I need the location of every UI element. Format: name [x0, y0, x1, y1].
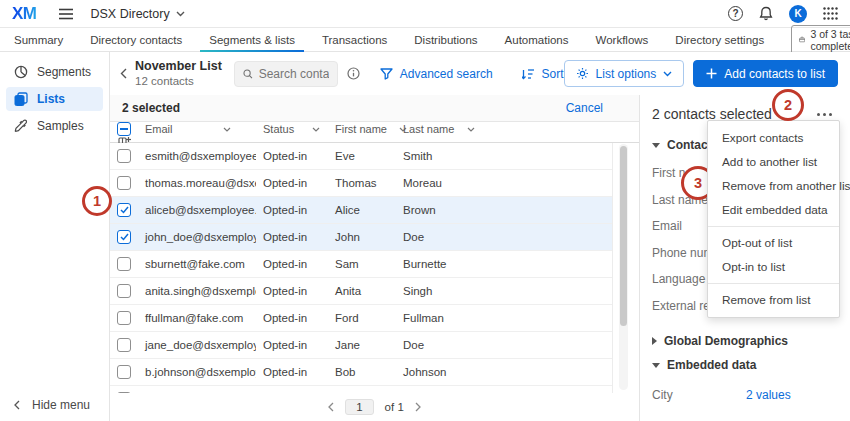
caret-down-icon	[652, 143, 660, 148]
help-icon[interactable]	[728, 6, 743, 21]
next-page-icon[interactable]	[415, 402, 421, 412]
sidebar-item-label: Segments	[37, 65, 91, 79]
search-icon	[243, 68, 253, 80]
notifications-bell-icon[interactable]	[759, 6, 773, 21]
row-checkbox-checked[interactable]	[117, 203, 131, 217]
menu-divider	[708, 226, 839, 227]
table-row[interactable]: ffullman@fake.com Opted-in Ford Fullman	[110, 305, 612, 332]
menu-item-remove-from-list[interactable]: Remove from list	[708, 288, 839, 312]
search-box[interactable]	[234, 61, 338, 87]
app-window: XM DSX Directory K Summary Directory con…	[0, 0, 850, 421]
tasks-completed-badge[interactable]: 3 of 3 tasks completed	[791, 25, 850, 55]
search-input[interactable]	[259, 67, 329, 81]
add-contacts-button[interactable]: Add contacts to list	[693, 60, 838, 87]
lists-icon	[14, 92, 28, 106]
filter-funnel-icon	[380, 68, 393, 80]
directory-nav: Summary Directory contacts Segments & li…	[0, 28, 850, 52]
tab-workflows[interactable]: Workflows	[596, 28, 649, 52]
info-icon[interactable]	[347, 67, 360, 80]
row-checkbox[interactable]	[117, 149, 131, 163]
list-contact-count: 12 contacts	[135, 74, 222, 88]
table-row-selected[interactable]: john_doe@dsxemployee.... Opted-in John D…	[110, 224, 612, 251]
previous-page-icon[interactable]	[328, 402, 334, 412]
scrollbar-thumb[interactable]	[620, 146, 627, 326]
embedded-data-label: Embedded data	[667, 358, 756, 372]
menu-divider	[708, 283, 839, 284]
chevron-down-icon	[176, 11, 185, 17]
annotation-circle-2: 2	[772, 89, 804, 121]
tab-summary[interactable]: Summary	[14, 28, 63, 52]
chevron-left-icon	[14, 400, 20, 410]
menu-item-edit-embedded-data[interactable]: Edit embedded data	[708, 198, 839, 222]
chevron-down-icon[interactable]	[467, 127, 475, 132]
hide-menu-label: Hide menu	[32, 398, 90, 412]
table-rows: esmith@dsxemployee.com Opted-in Eve Smit…	[110, 143, 613, 393]
sidebar-item-segments[interactable]: Segments	[6, 60, 103, 84]
menu-item-remove-from-another-list[interactable]: Remove from another list	[708, 174, 839, 198]
tab-segments-lists[interactable]: Segments & lists	[209, 28, 295, 52]
column-header-last-name[interactable]: Last name	[396, 123, 613, 135]
list-options-button[interactable]: List options	[564, 60, 685, 87]
more-options-icon[interactable]	[815, 109, 834, 120]
tab-automations[interactable]: Automations	[505, 28, 569, 52]
list-title-block: November List 12 contacts	[135, 59, 222, 89]
sort-label: Sort	[542, 67, 564, 81]
menu-item-opt-in-to-list[interactable]: Opt-in to list	[708, 255, 839, 279]
table-row[interactable]: b.johnson@dsxemployee.... Opted-in Bob J…	[110, 359, 612, 386]
row-checkbox[interactable]	[117, 176, 131, 190]
table-column-header: Email Status First name Last name	[110, 122, 639, 143]
row-checkbox[interactable]	[117, 257, 131, 271]
menu-item-add-to-another-list[interactable]: Add to another list	[708, 150, 839, 174]
embedded-data-row: City 2 values	[652, 388, 836, 402]
global-demographics-section-toggle[interactable]: Global Demographics	[652, 334, 836, 348]
chevron-down-icon[interactable]	[223, 127, 231, 132]
sort-button[interactable]: Sort	[522, 67, 564, 81]
column-header-email[interactable]: Email	[138, 123, 256, 135]
caret-down-icon	[652, 363, 660, 368]
chevron-down-icon[interactable]	[312, 127, 320, 132]
embedded-data-section-toggle[interactable]: Embedded data	[652, 358, 836, 372]
hamburger-menu-icon[interactable]	[59, 8, 73, 20]
table-row[interactable]: samburnette@fake.com Opted-in Samantha B…	[110, 386, 612, 393]
page-number-input[interactable]: 1	[345, 399, 373, 415]
table-row[interactable]: jane_doe@dsxemployee.... Opted-in Jane D…	[110, 332, 612, 359]
sidebar-item-lists[interactable]: Lists	[6, 87, 103, 111]
row-checkbox[interactable]	[117, 338, 131, 352]
advanced-search-button[interactable]: Advanced search	[380, 67, 493, 81]
row-checkbox[interactable]	[117, 284, 131, 298]
table-row[interactable]: thomas.moreau@dsxempl... Opted-in Thomas…	[110, 170, 612, 197]
table-row[interactable]: esmith@dsxemployee.com Opted-in Eve Smit…	[110, 143, 612, 170]
embedded-data-value-link[interactable]: 2 values	[746, 388, 791, 402]
top-bar: XM DSX Directory K	[0, 0, 850, 28]
selection-bar: 2 selected Cancel	[110, 95, 639, 122]
table-row-selected[interactable]: aliceb@dsxemployee.com Opted-in Alice Br…	[110, 197, 612, 224]
product-switcher[interactable]: DSX Directory	[91, 7, 185, 21]
select-all-checkbox[interactable]	[117, 122, 131, 136]
tab-directory-contacts[interactable]: Directory contacts	[90, 28, 182, 52]
app-switcher-waffle-icon[interactable]	[823, 7, 838, 20]
menu-item-export-contacts[interactable]: Export contacts	[708, 126, 839, 150]
page-count-label: of 1	[385, 401, 404, 413]
advanced-search-label: Advanced search	[400, 67, 493, 81]
table-scrollbar	[614, 143, 639, 393]
user-avatar[interactable]: K	[789, 5, 807, 23]
list-header: November List 12 contacts Advanced searc…	[110, 52, 850, 95]
tab-directory-settings[interactable]: Directory settings	[675, 28, 764, 52]
tab-transactions[interactable]: Transactions	[322, 28, 387, 52]
table-row[interactable]: sburnett@fake.com Opted-in Sam Burnette	[110, 251, 612, 278]
cancel-selection-link[interactable]: Cancel	[566, 101, 603, 115]
table-row[interactable]: anita.singh@dsxemployee... Opted-in Anit…	[110, 278, 612, 305]
sidebar-item-samples[interactable]: Samples	[6, 114, 103, 138]
row-checkbox-checked[interactable]	[117, 230, 131, 244]
tab-distributions[interactable]: Distributions	[414, 28, 477, 52]
row-checkbox[interactable]	[117, 365, 131, 379]
menu-item-opt-out-of-list[interactable]: Opt-out of list	[708, 231, 839, 255]
segments-pie-icon	[14, 65, 28, 79]
tasks-completed-label: 3 of 3 tasks completed	[810, 28, 850, 52]
row-checkbox[interactable]	[117, 311, 131, 325]
product-name: DSX Directory	[91, 7, 170, 21]
column-header-first-name[interactable]: First name	[328, 123, 396, 135]
column-header-status[interactable]: Status	[256, 123, 328, 135]
back-button[interactable]	[120, 68, 127, 79]
hide-menu-button[interactable]: Hide menu	[6, 398, 98, 412]
